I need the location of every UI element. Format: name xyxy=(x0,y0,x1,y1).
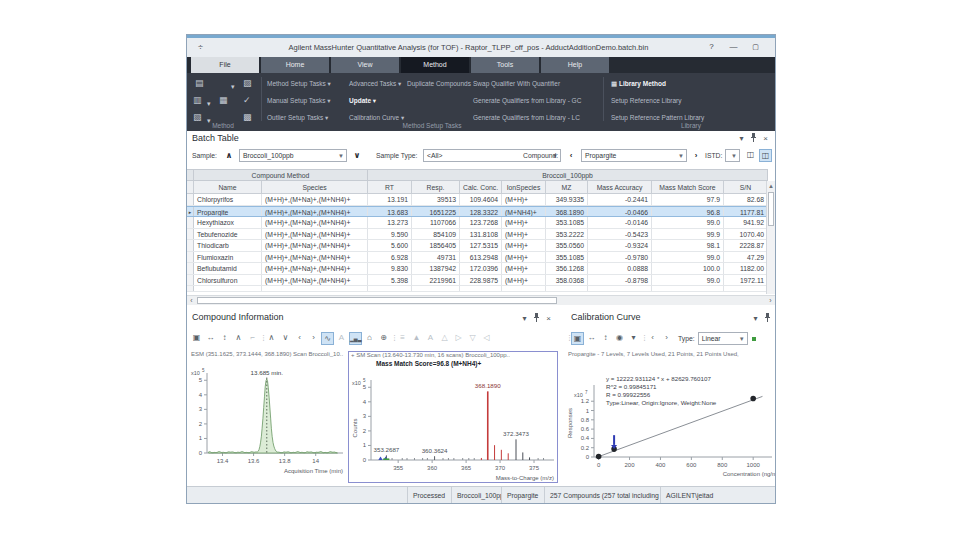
panel-menu-icon[interactable]: ▾ xyxy=(750,314,761,324)
row-selector-cell[interactable] xyxy=(187,229,194,240)
column-header-acc[interactable]: Mass Accuracy xyxy=(588,181,652,194)
row-selector-cell[interactable] xyxy=(187,194,194,205)
add-method-icon[interactable]: ▥ xyxy=(193,96,202,105)
row-selector-cell[interactable] xyxy=(187,240,194,251)
maximize-button[interactable]: ▢ xyxy=(748,41,763,53)
ribbon-item-update[interactable]: Update ▾ xyxy=(349,96,376,106)
pan-icon[interactable]: ⊕ xyxy=(377,332,390,345)
column-header-calc[interactable]: Calc. Conc. xyxy=(460,181,502,194)
annotate-icon[interactable]: A xyxy=(424,332,437,345)
row-selector-cell[interactable] xyxy=(187,217,194,228)
zoom-list-icon[interactable]: ≡ xyxy=(396,332,409,345)
istd-view-button[interactable]: ◫ xyxy=(744,149,757,162)
table-row[interactable]: ▸Propargite(M+H)+,(M+Na)+,(M+NH4)+13.683… xyxy=(187,206,775,218)
ribbon-item-manual-setup-tasks[interactable]: Manual Setup Tasks ▾ xyxy=(267,96,330,106)
column-header-resp[interactable]: Resp. xyxy=(412,181,460,194)
previous-compound-button[interactable]: ‹ xyxy=(565,149,577,162)
panel-pin-icon[interactable] xyxy=(531,313,542,323)
row-selector-cell[interactable] xyxy=(187,263,194,274)
curve-fit-icon[interactable]: ◉ xyxy=(613,332,626,345)
compound-combobox[interactable]: Propargite▼ xyxy=(581,149,687,162)
table-row-partial[interactable] xyxy=(187,286,775,292)
fit-x-icon[interactable]: ↔ xyxy=(585,332,598,345)
table-row[interactable]: Chlorpyrifos(M+H)+,(M+Na)+,(M+NH4)+13.19… xyxy=(187,194,775,206)
tab-home[interactable]: Home xyxy=(261,57,329,73)
row-selector-cell[interactable] xyxy=(187,252,194,263)
quick-access-toolbar-icon[interactable]: ÷ xyxy=(198,43,203,52)
help-button[interactable]: ? xyxy=(704,41,719,53)
calibration-chart[interactable]: Propargite - 7 Levels, 7 Levels Used, 21… xyxy=(566,351,776,483)
scroll-thumb[interactable] xyxy=(197,297,557,304)
column-header-rt[interactable]: RT xyxy=(368,181,412,194)
panel-menu-icon[interactable]: ▾ xyxy=(519,314,530,324)
column-header-species[interactable]: Species xyxy=(262,181,368,194)
ribbon-item-library-method[interactable]: ▦ Library Method xyxy=(611,79,666,89)
tab-view[interactable]: View xyxy=(331,57,399,73)
spectrum-view-icon[interactable]: ▂▅▃ xyxy=(349,332,362,345)
integrate-down-icon[interactable]: ▽ xyxy=(466,332,479,345)
scroll-right-icon[interactable]: › xyxy=(766,296,775,305)
panel-menu-icon[interactable]: ▾ xyxy=(736,134,747,144)
table-vertical-scrollbar[interactable]: ▲ xyxy=(766,181,775,294)
validate-method-icon[interactable]: ✓ xyxy=(243,96,251,105)
previous-compound-icon[interactable]: ∧ xyxy=(265,332,278,345)
ribbon-item-method-setup-tasks[interactable]: Method Setup Tasks ▾ xyxy=(267,79,331,89)
row-selector-cell[interactable] xyxy=(187,275,194,286)
table-row[interactable]: Flumioxazin(M+H)+,(M+Na)+,(M+NH4)+6.9284… xyxy=(187,252,775,264)
istd-overlay-button[interactable]: ◫ xyxy=(759,149,772,162)
chromatogram-chart[interactable]: ESM (351.1625, 373.1444, 368.1890) Scan … xyxy=(189,351,346,483)
tab-file[interactable]: File xyxy=(191,57,259,73)
panel-close-icon[interactable]: × xyxy=(774,314,776,324)
fit-y-icon[interactable]: ↕ xyxy=(218,332,231,345)
peak-labels-icon[interactable]: ∧ xyxy=(232,332,245,345)
spectrum-chart[interactable]: + SM Scan (13.640-13.730 min, 16 scans) … xyxy=(348,351,558,483)
next-sample-icon[interactable]: › xyxy=(307,332,320,345)
scroll-thumb[interactable] xyxy=(768,192,774,226)
column-header-name[interactable]: Name xyxy=(194,181,262,194)
save-method-icon[interactable]: ▦ xyxy=(219,96,228,105)
column-header-mms[interactable]: Mass Match Score xyxy=(652,181,724,194)
normalize-icon[interactable]: ⌂ xyxy=(363,332,376,345)
minimize-button[interactable]: — xyxy=(726,41,741,53)
fit-x-icon[interactable]: ↔ xyxy=(204,332,217,345)
table-row[interactable]: Tebufenozide(M+H)+,(M+Na)+,(M+NH4)+9.590… xyxy=(187,229,775,241)
next-sample-button[interactable]: ∨ xyxy=(351,149,363,162)
method-tasks-icon[interactable]: ▧ xyxy=(193,113,202,122)
baseline-icon[interactable]: ⌐ xyxy=(246,332,259,345)
scroll-left-icon[interactable]: ‹ xyxy=(187,296,196,305)
fit-icon[interactable]: ▣ xyxy=(571,332,584,345)
ribbon-item-advanced-tasks[interactable]: Advanced Tasks ▾ xyxy=(349,79,401,89)
table-row[interactable]: Thiodicarb(M+H)+,(M+Na)+,(M+NH4)+5.60018… xyxy=(187,240,775,252)
peak-fill-icon[interactable]: ▲ xyxy=(410,332,423,345)
row-selector-cell[interactable]: ▸ xyxy=(187,207,194,217)
tab-tools[interactable]: Tools xyxy=(471,57,539,73)
table-row[interactable]: Chlorsulfuron(M+H)+,(M+Na)+,(M+NH4)+5.39… xyxy=(187,275,775,287)
column-header-sn[interactable]: S/N xyxy=(724,181,768,194)
open-method-caret-icon[interactable]: ▾ xyxy=(231,82,235,91)
scroll-up-icon[interactable]: ▲ xyxy=(767,181,775,191)
ribbon-item-swap-qualifier-with-quantifier[interactable]: Swap Qualifier With Quantifier xyxy=(473,79,560,89)
integrate-left-icon[interactable]: ◁ xyxy=(480,332,493,345)
next-compound-button[interactable]: › xyxy=(690,149,702,162)
fit-y-icon[interactable]: ↕ xyxy=(599,332,612,345)
integrate-icon[interactable]: △ xyxy=(438,332,451,345)
tab-help[interactable]: Help xyxy=(541,57,609,73)
new-method-icon[interactable]: ▨ xyxy=(243,79,252,88)
ribbon-item-duplicate-compounds[interactable]: Duplicate Compounds xyxy=(407,79,471,89)
istd-combobox[interactable]: ▼ xyxy=(725,149,740,162)
previous-sample-icon[interactable]: ‹ xyxy=(293,332,306,345)
panel-pin-icon[interactable] xyxy=(748,133,759,143)
overlay-view-icon[interactable]: A xyxy=(335,332,348,345)
chromatogram-view-icon[interactable]: ∿ xyxy=(321,332,334,345)
title-bar[interactable]: ÷ Agilent MassHunter Quantitative Analys… xyxy=(187,35,775,58)
curve-fit-caret-icon[interactable]: ▾ xyxy=(627,332,640,345)
ribbon-item-generate-qualifiers-from-library-gc[interactable]: Generate Qualifiers from Library - GC xyxy=(473,96,581,106)
panel-pin-icon[interactable] xyxy=(762,313,773,323)
table-row[interactable]: Hexythiazox(M+H)+,(M+Na)+,(M+NH4)+13.273… xyxy=(187,217,775,229)
next-compound-icon[interactable]: ∨ xyxy=(279,332,292,345)
sample-combobox[interactable]: Broccoli_100ppb▼ xyxy=(239,149,347,162)
exit-method-icon[interactable]: ▩ xyxy=(243,113,252,122)
open-method-icon[interactable]: ▤ xyxy=(195,79,204,88)
previous-level-icon[interactable]: ‹ xyxy=(646,332,659,345)
add-method-caret-icon[interactable]: ▾ xyxy=(207,99,211,108)
